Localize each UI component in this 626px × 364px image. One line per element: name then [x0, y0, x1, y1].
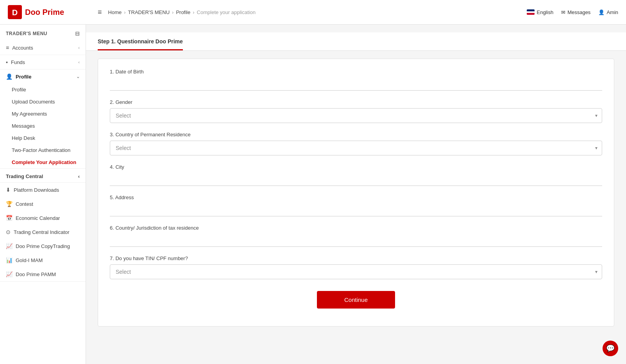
doo-prime-pamm-label: Doo Prime PAMM	[16, 271, 56, 277]
sidebar-item-economic-calendar[interactable]: 📅 Economic Calendar	[0, 211, 86, 225]
gender-select-wrapper: Select Male Female ▾	[110, 108, 602, 123]
trading-central-indicator-label: Trading Central Indicator	[14, 229, 70, 235]
sidebar-item-funds[interactable]: ▪ Funds ‹	[0, 55, 86, 69]
logo-text: Doo Prime	[25, 8, 64, 17]
hamburger-icon[interactable]: ≡	[98, 8, 102, 16]
continue-btn-wrapper: Continue	[110, 291, 602, 316]
language-label: English	[537, 9, 553, 15]
sidebar-sub-two-fa[interactable]: Two-Factor Authentication	[0, 144, 86, 156]
sidebar-item-gold-i-mam[interactable]: 📊 Gold-I MAM	[0, 253, 86, 267]
step-tab-bar: Step 1. Questionnaire Doo Prime	[86, 32, 626, 51]
sidebar-section-trading-central: Trading Central ‹	[0, 169, 86, 183]
language-selector[interactable]: English	[527, 9, 553, 15]
sidebar-section-tools: ⬇ Platform Downloads 🏆 Contest 📅 Economi…	[0, 183, 86, 282]
sidebar-menu-label: TRADER'S MENU	[6, 31, 47, 36]
logo-icon: D	[8, 5, 22, 19]
form-field-dob: 1. Date of Birth	[110, 69, 602, 91]
profile-label: Profile	[16, 74, 31, 80]
accounts-icon: ≡	[6, 45, 9, 51]
top-nav: D Doo Prime ≡ Home › TRADER'S MENU › Pro…	[0, 0, 626, 25]
dob-input[interactable]	[110, 78, 602, 91]
form-field-tin-cpf: 7. Do you have TIN/ CPF number? Select Y…	[110, 255, 602, 279]
gender-select[interactable]: Select Male Female	[110, 108, 602, 123]
chat-icon: 💬	[606, 344, 615, 353]
tax-country-input[interactable]	[110, 234, 602, 247]
messages-button[interactable]: ✉ Messages	[561, 9, 590, 15]
address-input[interactable]	[110, 203, 602, 216]
trading-central-chevron: ‹	[78, 173, 80, 179]
step-tab[interactable]: Step 1. Questionnaire Doo Prime	[98, 32, 183, 50]
city-input[interactable]	[110, 173, 602, 186]
address-label: 5. Address	[110, 194, 602, 200]
sidebar-section-funds: ▪ Funds ‹	[0, 55, 86, 70]
breadcrumb-current: Complete your application	[197, 9, 256, 15]
trading-central-indicator-icon: ⊙	[6, 229, 11, 235]
accounts-label: Accounts	[12, 45, 33, 51]
sidebar-item-trading-central-indicator[interactable]: ⊙ Trading Central Indicator	[0, 225, 86, 239]
profile-icon: 👤	[6, 73, 13, 80]
sidebar-collapse-btn[interactable]: ⊟	[75, 30, 80, 37]
sidebar-sub-complete-app[interactable]: Complete Your Application	[0, 156, 86, 168]
profile-sub-menu: Profile Upload Documents My Agreements M…	[0, 84, 86, 168]
breadcrumb-home[interactable]: Home	[108, 9, 122, 15]
messages-label: Messages	[567, 9, 590, 15]
chat-bubble[interactable]: 💬	[603, 341, 618, 356]
platform-downloads-label: Platform Downloads	[14, 187, 59, 193]
sidebar-section-profile: 👤 Profile ⌄ Profile Upload Documents My …	[0, 70, 86, 169]
copytrading-label: Doo Prime CopyTrading	[16, 243, 70, 249]
contest-icon: 🏆	[6, 201, 13, 207]
breadcrumb: Home › TRADER'S MENU › Profile › Complet…	[108, 9, 256, 15]
sidebar-item-accounts[interactable]: ≡ Accounts ‹	[0, 41, 86, 55]
sidebar-item-platform-downloads[interactable]: ⬇ Platform Downloads	[0, 183, 86, 197]
svg-text:D: D	[12, 8, 18, 17]
profile-chevron: ⌄	[76, 74, 80, 79]
main-content: Step 1. Questionnaire Doo Prime 1. Date …	[86, 25, 626, 364]
top-nav-right: English ✉ Messages 👤 Amin	[527, 9, 618, 15]
breadcrumb-sep-2: ›	[172, 9, 173, 15]
form-field-country-residence: 3. Country of Permanent Residence Select…	[110, 132, 602, 155]
sidebar-item-doo-prime-pamm[interactable]: 📈 Doo Prime PAMM	[0, 267, 86, 281]
dob-label: 1. Date of Birth	[110, 69, 602, 75]
user-icon: 👤	[598, 9, 605, 15]
breadcrumb-traders-menu[interactable]: TRADER'S MENU	[128, 9, 170, 15]
copytrading-icon: 📈	[6, 243, 13, 249]
breadcrumb-profile[interactable]: Profile	[176, 9, 190, 15]
gold-i-mam-icon: 📊	[6, 257, 13, 263]
sidebar: TRADER'S MENU ⊟ ≡ Accounts ‹ ▪ Funds ‹ 👤…	[0, 25, 86, 364]
accounts-chevron: ‹	[78, 45, 80, 50]
sidebar-item-copytrading[interactable]: 📈 Doo Prime CopyTrading	[0, 239, 86, 253]
gold-i-mam-label: Gold-I MAM	[16, 257, 43, 263]
user-menu[interactable]: 👤 Amin	[598, 9, 618, 15]
breadcrumb-sep-1: ›	[124, 9, 125, 15]
sidebar-item-contest[interactable]: 🏆 Contest	[0, 197, 86, 211]
layout: TRADER'S MENU ⊟ ≡ Accounts ‹ ▪ Funds ‹ 👤…	[0, 25, 626, 364]
city-label: 4. City	[110, 164, 602, 170]
form-field-gender: 2. Gender Select Male Female ▾	[110, 99, 602, 123]
breadcrumb-sep-3: ›	[193, 9, 194, 15]
doo-prime-pamm-icon: 📈	[6, 271, 13, 277]
sidebar-sub-upload-docs[interactable]: Upload Documents	[0, 96, 86, 108]
trading-central-text: Trading Central	[6, 173, 43, 179]
sidebar-sub-agreements[interactable]: My Agreements	[0, 108, 86, 120]
sidebar-sub-helpdesk[interactable]: Help Desk	[0, 132, 86, 144]
continue-button[interactable]: Continue	[317, 291, 395, 309]
sidebar-sub-messages[interactable]: Messages	[0, 120, 86, 132]
flag-icon	[527, 9, 535, 15]
trading-central-label[interactable]: Trading Central ‹	[0, 169, 86, 182]
sidebar-header: TRADER'S MENU ⊟	[0, 25, 86, 41]
sidebar-section-accounts: ≡ Accounts ‹	[0, 41, 86, 55]
tin-cpf-select[interactable]: Select Yes No	[110, 264, 602, 279]
logo: D Doo Prime	[8, 5, 94, 19]
economic-calendar-icon: 📅	[6, 215, 13, 221]
country-residence-select[interactable]: Select	[110, 141, 602, 155]
form-field-address: 5. Address	[110, 194, 602, 216]
country-residence-select-wrapper: Select ▾	[110, 141, 602, 155]
economic-calendar-label: Economic Calendar	[16, 215, 60, 221]
funds-icon: ▪	[6, 59, 8, 65]
sidebar-sub-profile[interactable]: Profile	[0, 84, 86, 96]
funds-chevron: ‹	[78, 60, 80, 64]
contest-label: Contest	[16, 201, 33, 207]
sidebar-item-profile[interactable]: 👤 Profile ⌄	[0, 70, 86, 84]
tin-cpf-select-wrapper: Select Yes No ▾	[110, 264, 602, 279]
gender-label: 2. Gender	[110, 99, 602, 105]
